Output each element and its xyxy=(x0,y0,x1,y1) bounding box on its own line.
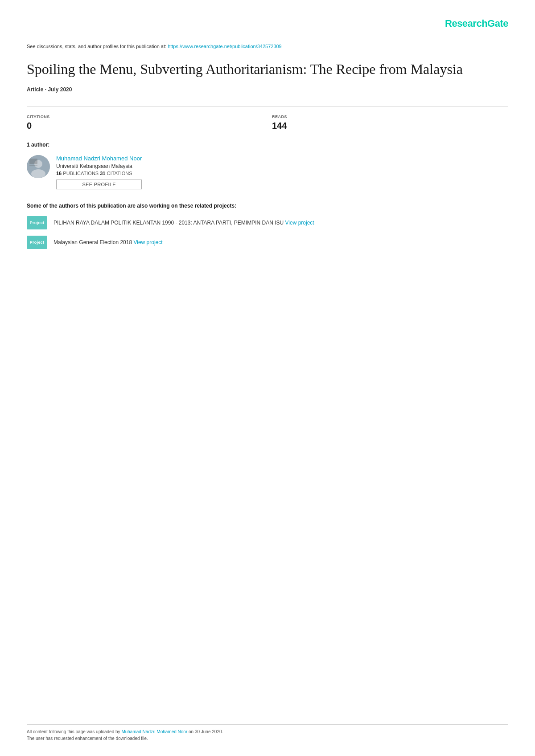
stats-row: CITATIONS 0 READS 144 xyxy=(27,114,508,131)
project-text-1: PILIHAN RAYA DALAM POLITIK KELANTAN 1990… xyxy=(54,219,314,227)
reads-block: READS 144 xyxy=(263,114,508,131)
author-stats: 16 PUBLICATIONS 31 CITATIONS xyxy=(56,171,142,176)
svg-rect-4 xyxy=(29,165,37,166)
project-1-view-link[interactable]: View project xyxy=(285,220,314,226)
author-card: Muhamad Nadzri Mohamed Noor Universiti K… xyxy=(27,155,508,189)
svg-rect-3 xyxy=(29,159,37,164)
publication-url[interactable]: https://www.researchgate.net/publication… xyxy=(168,44,282,49)
publications-label-text: PUBLICATIONS xyxy=(63,171,99,176)
citations-label: CITATIONS xyxy=(27,114,254,119)
project-2-view-link[interactable]: View project xyxy=(133,239,162,245)
article-title: Spoiling the Menu, Subverting Authoritar… xyxy=(27,60,508,79)
project-badge-2: Project xyxy=(27,236,47,249)
article-meta: Article · July 2020 xyxy=(27,86,508,93)
top-notice: See discussions, stats, and author profi… xyxy=(27,43,508,50)
reads-value: 144 xyxy=(272,121,499,131)
reads-label: READS xyxy=(272,114,499,119)
researchgate-logo: ResearchGate xyxy=(445,18,508,29)
project-item-2: Project Malaysian General Election 2018 … xyxy=(27,236,508,249)
citations-block: CITATIONS 0 xyxy=(27,114,263,131)
project-badge-1: Project xyxy=(27,216,47,229)
author-avatar xyxy=(27,155,50,178)
citations-value: 0 xyxy=(27,121,254,131)
stats-divider xyxy=(27,106,508,106)
top-bar: ResearchGate xyxy=(27,18,508,29)
project-item-1: Project PILIHAN RAYA DALAM POLITIK KELAN… xyxy=(27,216,508,229)
see-profile-button[interactable]: SEE PROFILE xyxy=(56,180,142,189)
author-avatar-image xyxy=(27,155,50,178)
author-citations-count: 31 xyxy=(100,171,105,176)
related-projects-section: Some of the authors of this publication … xyxy=(27,203,508,249)
publications-count: 16 xyxy=(56,171,62,176)
author-institution: Universiti Kebangsaan Malaysia xyxy=(56,163,142,169)
footer-upload-line: All content following this page was uplo… xyxy=(27,729,508,734)
article-type: Article xyxy=(27,86,43,93)
article-date: July 2020 xyxy=(48,86,72,93)
avatar-svg xyxy=(27,155,50,178)
author-citations-label: CITATIONS xyxy=(107,171,132,176)
author-name-link[interactable]: Muhamad Nadzri Mohamed Noor xyxy=(56,155,142,162)
author-info: Muhamad Nadzri Mohamed Noor Universiti K… xyxy=(56,155,142,189)
svg-point-2 xyxy=(31,169,45,178)
footer-uploader-link[interactable]: Muhamad Nadzri Mohamed Noor xyxy=(121,729,187,734)
authors-heading: 1 author: xyxy=(27,142,508,148)
footer-enhancement-note: The user has requested enhancement of th… xyxy=(27,736,508,741)
related-projects-heading: Some of the authors of this publication … xyxy=(27,203,508,209)
page-footer: All content following this page was uplo… xyxy=(27,724,508,743)
project-text-2: Malaysian General Election 2018 View pro… xyxy=(54,239,163,246)
